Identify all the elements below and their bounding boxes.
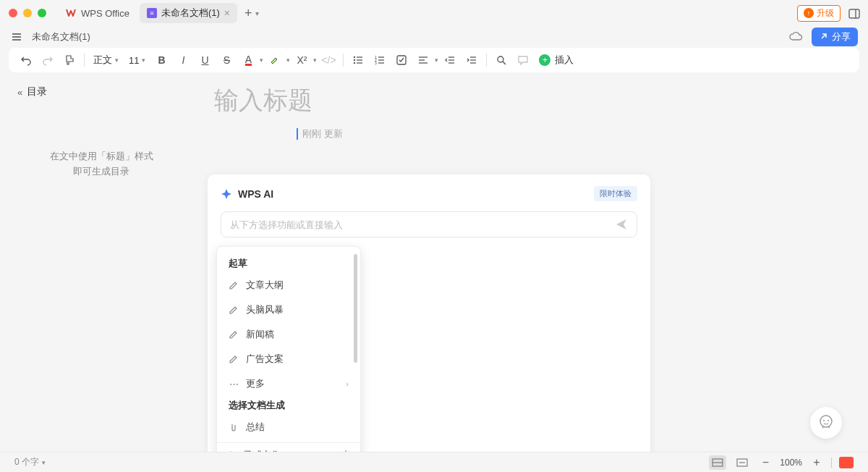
ai-input-wrap[interactable] xyxy=(221,211,637,237)
pencil-icon xyxy=(229,354,239,364)
send-button[interactable] xyxy=(615,218,628,231)
ai-item-label: 文章大纲 xyxy=(246,279,284,292)
share-button[interactable]: 分享 xyxy=(812,28,858,46)
script-dropdown[interactable]: ▾ xyxy=(313,56,317,64)
bullet-list-button[interactable] xyxy=(348,50,368,70)
close-window-button[interactable] xyxy=(9,9,17,17)
ai-input[interactable] xyxy=(230,219,615,230)
font-color-dropdown[interactable]: ▾ xyxy=(260,56,263,64)
ai-panel: WPS AI 限时体验 起草 文章大纲 头脑风暴 xyxy=(207,174,651,469)
titlebar: WPS Office ≡ 未命名文档(1) × + ▾ ↑ 升级 xyxy=(0,0,868,26)
paragraph-style-select[interactable]: 正文 ▾ xyxy=(89,54,123,67)
clip-icon xyxy=(229,422,239,432)
font-size-select[interactable]: 11 ▾ xyxy=(124,55,150,66)
italic-button[interactable]: I xyxy=(173,50,193,70)
checklist-button[interactable] xyxy=(391,50,412,70)
code-button[interactable]: </> xyxy=(318,50,339,70)
document-tab-label: 未命名文档(1) xyxy=(161,7,220,20)
numbered-list-button[interactable]: 123 xyxy=(370,50,390,70)
ai-item-more[interactable]: ⋯ 更多 › xyxy=(217,371,360,396)
cloud-sync-button[interactable] xyxy=(788,30,803,44)
undo-button[interactable] xyxy=(16,50,36,70)
svg-point-32 xyxy=(827,420,829,421)
menu-button[interactable] xyxy=(10,30,23,43)
document-icon: ≡ xyxy=(147,8,157,18)
upgrade-icon: ↑ xyxy=(804,8,814,18)
new-tab-button[interactable]: + xyxy=(244,6,252,21)
document-bar: 未命名文档(1) 分享 xyxy=(0,26,868,48)
view-mode-web[interactable] xyxy=(733,455,751,470)
ai-item-label: 总结 xyxy=(246,421,265,434)
toc-hint-line2: 即可生成目录 xyxy=(17,164,185,180)
svg-point-31 xyxy=(823,420,825,421)
close-tab-button[interactable]: × xyxy=(224,7,230,19)
ai-menu: 起草 文章大纲 头脑风暴 新闻稿 广告文案 xyxy=(216,246,361,468)
statusbar: 0 个字 ▾ − 100% + xyxy=(0,452,868,472)
redo-button[interactable] xyxy=(38,50,58,70)
wps-logo-icon xyxy=(65,7,77,19)
outline-sidebar: « 目录 在文中使用「标题」样式 即可生成目录 xyxy=(0,72,203,452)
ai-badge: 限时体验 xyxy=(594,186,637,201)
chevron-right-icon: › xyxy=(346,379,349,388)
plus-icon: + xyxy=(539,54,550,66)
ai-item-brainstorm[interactable]: 头脑风暴 xyxy=(217,298,360,322)
collapse-toc-button[interactable]: « xyxy=(17,87,22,98)
svg-text:3: 3 xyxy=(375,61,377,65)
ai-section-draft: 起草 xyxy=(217,254,360,273)
insert-label: 插入 xyxy=(555,54,574,67)
strikethrough-button[interactable]: S xyxy=(216,50,237,70)
paragraph-style-label: 正文 xyxy=(93,54,112,67)
superscript-button[interactable]: X² xyxy=(292,50,312,70)
ai-item-summary[interactable]: 总结 xyxy=(217,415,360,439)
home-tab-label: WPS Office xyxy=(81,8,129,19)
wps-ai-icon xyxy=(221,188,232,200)
word-count[interactable]: 0 个字 ▾ xyxy=(14,456,46,468)
tab-dropdown-button[interactable]: ▾ xyxy=(255,9,259,17)
view-mode-page[interactable] xyxy=(709,455,726,470)
zoom-level[interactable]: 100% xyxy=(780,458,802,468)
share-label: 分享 xyxy=(832,30,851,43)
svg-line-28 xyxy=(503,62,506,64)
ai-more-label: 更多 xyxy=(246,377,265,390)
format-painter-button[interactable] xyxy=(59,50,80,70)
svg-rect-0 xyxy=(849,9,859,18)
ai-item-ad[interactable]: 广告文案 xyxy=(217,347,360,371)
highlight-button[interactable] xyxy=(265,50,285,70)
align-button[interactable] xyxy=(413,50,433,70)
document-name[interactable]: 未命名文档(1) xyxy=(32,30,90,43)
bold-button[interactable]: B xyxy=(151,50,171,70)
record-button[interactable] xyxy=(839,457,854,468)
align-dropdown[interactable]: ▾ xyxy=(435,56,438,64)
maximize-window-button[interactable] xyxy=(38,9,46,17)
title-input[interactable]: 输入标题 xyxy=(214,84,858,117)
underline-button[interactable]: U xyxy=(195,50,215,70)
pencil-icon xyxy=(229,305,239,315)
find-button[interactable] xyxy=(491,50,511,70)
indent-button[interactable] xyxy=(461,50,482,70)
outdent-button[interactable] xyxy=(440,50,460,70)
ai-item-outline[interactable]: 文章大纲 xyxy=(217,273,360,298)
upgrade-button[interactable]: ↑ 升级 xyxy=(797,5,841,22)
document-area[interactable]: 输入标题 刚刚 更新 WPS AI 限时体验 xyxy=(203,72,858,452)
home-tab[interactable]: WPS Office xyxy=(58,3,137,23)
toc-hint: 在文中使用「标题」样式 即可生成目录 xyxy=(17,149,185,180)
toolbar: 正文 ▾ 11 ▾ B I U S A ▾ ▾ X² ▾ </> 123 ▾ +… xyxy=(9,48,859,72)
timestamp-text: 刚刚 更新 xyxy=(302,127,343,140)
pencil-icon xyxy=(229,280,239,290)
font-color-button[interactable]: A xyxy=(238,50,258,70)
svg-point-7 xyxy=(354,59,355,61)
minimize-window-button[interactable] xyxy=(23,9,32,17)
side-panel-button[interactable] xyxy=(848,7,859,19)
highlight-dropdown[interactable]: ▾ xyxy=(286,56,290,64)
zoom-in-button[interactable]: + xyxy=(809,455,824,470)
pencil-icon xyxy=(229,329,239,340)
comment-button[interactable] xyxy=(513,50,533,70)
timestamp: 刚刚 更新 xyxy=(297,127,858,140)
assistant-float-button[interactable] xyxy=(810,407,842,439)
svg-point-5 xyxy=(354,56,355,58)
svg-point-30 xyxy=(820,416,832,427)
ai-item-news[interactable]: 新闻稿 xyxy=(217,322,360,347)
insert-button[interactable]: + 插入 xyxy=(539,54,574,67)
document-tab[interactable]: ≡ 未命名文档(1) × xyxy=(140,3,237,23)
zoom-out-button[interactable]: − xyxy=(758,455,773,470)
